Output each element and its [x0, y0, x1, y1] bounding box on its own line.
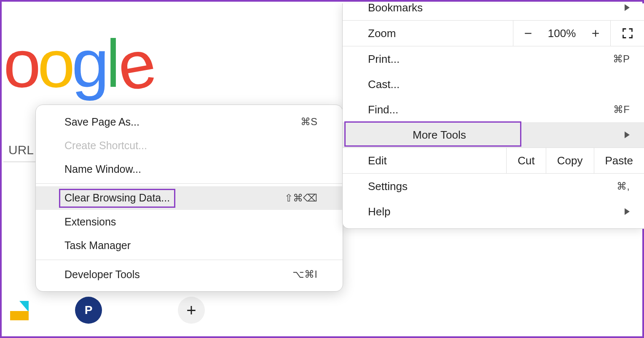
- url-label: URL: [3, 139, 37, 162]
- menu-label: Name Window...: [64, 163, 141, 175]
- menu-item-clear-browsing-data[interactable]: Clear Browsing Data... ⇧⌘⌫: [36, 186, 343, 210]
- menu-label: Help: [368, 205, 390, 218]
- shortcut-p-icon[interactable]: P: [75, 297, 102, 324]
- zoom-out-button[interactable]: −: [513, 26, 543, 41]
- menu-label: Task Manager: [64, 239, 131, 252]
- menu-label: Bookmarks: [368, 1, 423, 14]
- chevron-right-icon: [625, 131, 630, 138]
- edit-copy-button[interactable]: Copy: [546, 148, 594, 173]
- menu-shortcut: ⌥⌘I: [292, 268, 317, 280]
- fullscreen-icon: [622, 27, 633, 39]
- menu-item-name-window[interactable]: Name Window...: [36, 157, 343, 181]
- menu-item-edit: Edit Cut Copy Paste: [343, 148, 644, 173]
- edit-paste-button[interactable]: Paste: [594, 148, 644, 173]
- google-logo: oogle: [3, 25, 151, 102]
- menu-item-print[interactable]: Print... ⌘P: [343, 46, 644, 72]
- menu-item-create-shortcut: Create Shortcut...: [36, 134, 343, 157]
- shortcut-row: P +: [3, 297, 205, 324]
- menu-shortcut: ⌘,: [617, 180, 630, 192]
- menu-item-find[interactable]: Find... ⌘F: [343, 97, 644, 122]
- menu-shortcut: ⌘F: [613, 104, 630, 115]
- zoom-in-button[interactable]: +: [581, 26, 610, 41]
- menu-shortcut: ⌘P: [613, 53, 630, 65]
- menu-label: Find...: [368, 103, 398, 116]
- menu-separator: [36, 260, 343, 260]
- menu-item-more-tools[interactable]: More Tools: [343, 122, 644, 148]
- menu-item-task-manager[interactable]: Task Manager: [36, 233, 343, 257]
- fullscreen-button[interactable]: [610, 21, 644, 46]
- menu-label: Create Shortcut...: [64, 139, 147, 152]
- menu-item-extensions[interactable]: Extensions: [36, 210, 343, 233]
- menu-label: Zoom: [368, 27, 396, 40]
- menu-label: Save Page As...: [64, 116, 140, 128]
- menu-label: Cast...: [368, 78, 400, 91]
- menu-item-cast[interactable]: Cast...: [343, 72, 644, 97]
- menu-shortcut: ⌘S: [301, 116, 317, 128]
- menu-item-bookmarks[interactable]: Bookmarks: [343, 0, 644, 20]
- chrome-main-menu: Bookmarks Zoom − 100% + Print... ⌘P Cast…: [342, 3, 644, 229]
- add-shortcut-button[interactable]: +: [178, 297, 205, 324]
- menu-label: Developer Tools: [64, 268, 140, 281]
- menu-item-zoom: Zoom − 100% +: [343, 21, 644, 46]
- menu-label: Clear Browsing Data...: [59, 189, 175, 208]
- edit-cut-button[interactable]: Cut: [506, 148, 545, 173]
- menu-item-help[interactable]: Help: [343, 199, 644, 224]
- menu-item-settings[interactable]: Settings ⌘,: [343, 174, 644, 199]
- menu-shortcut: ⇧⌘⌫: [284, 192, 317, 204]
- menu-item-save-page-as[interactable]: Save Page As... ⌘S: [36, 110, 343, 134]
- menu-separator: [36, 183, 343, 184]
- chevron-right-icon: [625, 4, 630, 11]
- chevron-right-icon: [625, 208, 630, 215]
- menu-label: Extensions: [64, 216, 116, 228]
- menu-item-developer-tools[interactable]: Developer Tools ⌥⌘I: [36, 263, 343, 286]
- menu-label: Print...: [368, 53, 400, 66]
- screenshot-frame: oogle URL P + Save Page As... ⌘S Create …: [0, 0, 644, 338]
- zoom-level: 100%: [543, 27, 581, 40]
- more-tools-submenu: Save Page As... ⌘S Create Shortcut... Na…: [35, 105, 343, 292]
- menu-label: Edit: [368, 154, 387, 167]
- menu-label: Settings: [368, 180, 408, 193]
